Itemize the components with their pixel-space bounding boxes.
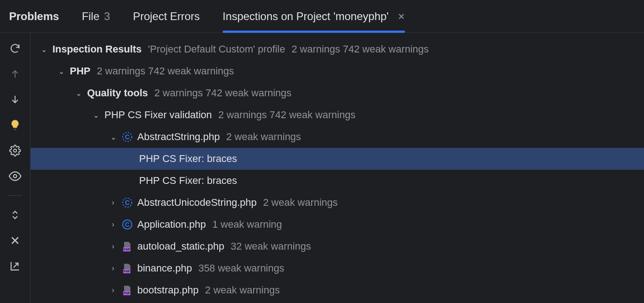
php-file-icon: PHP: [122, 263, 133, 274]
tree-root[interactable]: ⌄Inspection Results 'Project Default Cus…: [31, 38, 644, 60]
chevron-down-icon[interactable]: ⌄: [57, 67, 65, 76]
inspection-tree: ⌄Inspection Results 'Project Default Cus…: [31, 33, 644, 303]
tree-meta: 2 warnings 742 weak warnings: [291, 43, 429, 55]
tree-node-quality[interactable]: ⌄Quality tools2 warnings 742 weak warnin…: [31, 82, 644, 104]
arrow-up-icon[interactable]: [9, 68, 21, 80]
chevron-down-icon[interactable]: ⌄: [40, 45, 48, 54]
export-icon[interactable]: [9, 260, 21, 272]
tree-file-label: binance.php: [137, 262, 192, 274]
svg-text:C: C: [125, 199, 130, 206]
tab-problems[interactable]: Problems: [9, 0, 59, 32]
tree-issue-label: PHP CS Fixer: braces: [139, 153, 237, 165]
tab-inspections[interactable]: Inspections on Project 'moneyphp': [223, 0, 405, 32]
tab-project-errors[interactable]: Project Errors: [133, 0, 200, 32]
tree-meta: 2 weak warnings: [205, 284, 280, 296]
gear-icon[interactable]: [9, 144, 21, 157]
tree-meta: 2 weak warnings: [263, 197, 338, 209]
tab-file-count: 3: [104, 10, 110, 23]
tab-inspections-label: Inspections on Project 'moneyphp': [223, 10, 389, 23]
tree-meta: 2 weak warnings: [226, 131, 301, 143]
tab-file-label: File: [82, 10, 99, 23]
tree-file[interactable]: ⌄CAbstractString.php2 weak warnings: [31, 126, 644, 148]
svg-text:C: C: [125, 221, 130, 228]
refresh-icon[interactable]: [9, 42, 21, 55]
tree-file[interactable]: ›CApplication.php1 weak warning: [31, 214, 644, 235]
tree-file-label: Application.php: [137, 219, 206, 230]
bulb-icon[interactable]: [9, 119, 21, 131]
svg-text:PHP: PHP: [124, 270, 130, 273]
chevron-right-icon[interactable]: ›: [109, 286, 117, 294]
tree-meta: 'Project Default Custom' profile: [148, 43, 286, 55]
tree-label: PHP CS Fixer validation: [104, 109, 212, 121]
tree-file-label: AbstractUnicodeString.php: [137, 197, 257, 209]
tree-meta: 358 weak warnings: [198, 262, 284, 274]
php-file-icon: PHP: [122, 241, 133, 252]
chevron-right-icon[interactable]: ›: [109, 220, 117, 229]
tree-meta: 2 warnings 742 weak warnings: [97, 65, 234, 77]
tab-problems-label: Problems: [9, 10, 59, 23]
arrow-down-icon[interactable]: [9, 93, 21, 106]
tree-file-label: bootstrap.php: [137, 284, 199, 296]
tree-file[interactable]: ›PHPautoload_static.php32 weak warnings: [31, 235, 644, 257]
chevron-down-icon[interactable]: ⌄: [92, 111, 100, 120]
svg-point-0: [14, 149, 17, 152]
tree-label: Inspection Results: [52, 43, 142, 55]
svg-text:PHP: PHP: [124, 248, 130, 251]
tree-label: Quality tools: [87, 87, 148, 99]
eye-icon[interactable]: [9, 170, 21, 183]
sidebar-toolbar: [0, 33, 31, 303]
class-icon: C: [122, 197, 133, 208]
tree-file-label: AbstractString.php: [137, 131, 220, 143]
expand-collapse-icon[interactable]: [9, 209, 21, 221]
tree-issue[interactable]: ▸PHP CS Fixer: braces: [31, 170, 644, 192]
chevron-down-icon[interactable]: ⌄: [74, 89, 83, 98]
php-file-icon: PHP: [122, 285, 133, 296]
tree-meta: 1 weak warning: [212, 219, 282, 230]
tree-meta: 2 warnings 742 weak warnings: [154, 87, 291, 99]
tree-file[interactable]: ›PHPbootstrap.php2 weak warnings: [31, 279, 644, 301]
tree-node-fixer[interactable]: ⌄PHP CS Fixer validation2 warnings 742 w…: [31, 104, 644, 126]
tree-issue-label: PHP CS Fixer: braces: [139, 175, 237, 187]
svg-text:PHP: PHP: [124, 292, 130, 295]
class-icon: C: [122, 219, 133, 230]
tree-meta: 32 weak warnings: [231, 240, 311, 252]
tree-issue[interactable]: ▸PHP CS Fixer: braces: [31, 148, 644, 170]
class-icon: C: [122, 131, 133, 142]
tab-file[interactable]: File 3: [82, 0, 110, 32]
chevron-down-icon[interactable]: ⌄: [109, 133, 117, 141]
tree-file-label: autoload_static.php: [137, 240, 224, 252]
tree-node-php[interactable]: ⌄PHP2 warnings 742 weak warnings: [31, 60, 644, 82]
tree-meta: 2 warnings 742 weak warnings: [218, 109, 356, 121]
tab-project-errors-label: Project Errors: [133, 10, 200, 23]
tree-file[interactable]: ›CAbstractUnicodeString.php2 weak warnin…: [31, 192, 644, 214]
close-all-icon[interactable]: [9, 234, 21, 247]
tree-label: PHP: [70, 65, 90, 77]
tabs-bar: Problems File 3 Project Errors Inspectio…: [0, 0, 644, 33]
sidebar-divider: [8, 195, 22, 196]
svg-point-1: [14, 175, 17, 178]
close-icon[interactable]: [398, 13, 405, 20]
chevron-right-icon[interactable]: ›: [109, 199, 117, 207]
chevron-right-icon[interactable]: ›: [109, 242, 117, 251]
svg-text:C: C: [125, 133, 130, 141]
chevron-right-icon[interactable]: ›: [109, 264, 117, 272]
tree-file[interactable]: ›PHPbinance.php358 weak warnings: [31, 257, 644, 279]
